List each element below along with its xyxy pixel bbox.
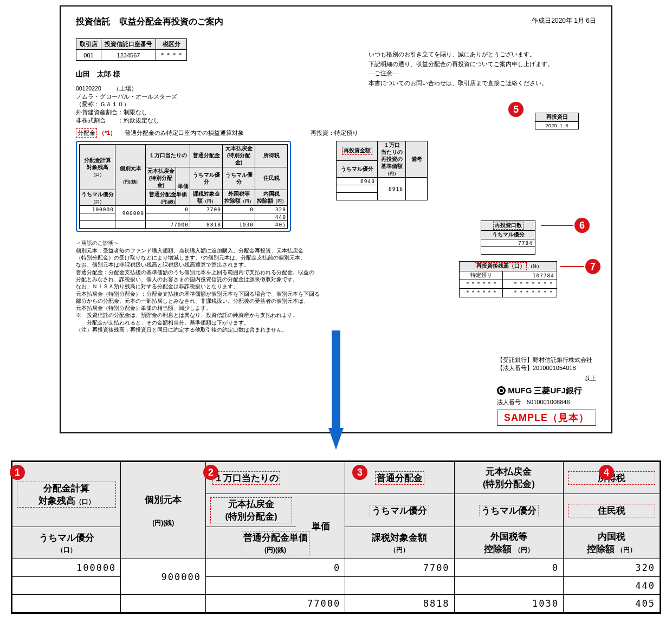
v-jumin: 440 bbox=[255, 213, 288, 221]
h-c5a: 元本払戻金 bbox=[225, 145, 253, 151]
h-c3d: 普通分配金単価 bbox=[149, 191, 187, 197]
zh-c1a: 分配金計算 bbox=[43, 483, 89, 494]
zv-tanka: 0 bbox=[205, 559, 345, 577]
badge-5: 5 bbox=[508, 102, 524, 117]
h-c5c: 外国税等 bbox=[228, 191, 250, 197]
reinv-sub: うちマル優分 bbox=[337, 160, 378, 178]
msg3: ―ご注意― bbox=[369, 69, 596, 79]
h-c1b: 対象残高 bbox=[87, 164, 108, 170]
g7: 元本払戻金（特別分配金）：分配金支払後の基準価額が個別元本を下回る場合で、個別元… bbox=[76, 290, 358, 297]
badge-7-wrap: 7 bbox=[560, 259, 600, 274]
h-c2: 個別元本 bbox=[120, 165, 141, 171]
blue-highlight-box: 分配金計算対象残高（口） 個別元本(円)(銭) １万口当たりの 普通分配金 元本… bbox=[76, 141, 291, 232]
reinv-date-h: 再投資日 bbox=[535, 113, 579, 122]
badge-6: 6 bbox=[574, 218, 590, 233]
bal-h: 再投資後残高（口） bbox=[475, 262, 527, 270]
dist-row: 分配金 （*1） 普通分配金のみ特定口座内での損益通算対象 再投資：特定預り bbox=[76, 128, 596, 138]
zv-gaikoku2: 1030 bbox=[454, 595, 563, 613]
dist-star: （*1） bbox=[99, 129, 116, 136]
base-v: 8916 bbox=[378, 178, 406, 200]
msg2: 下記明細の通り、収益分配金の再投資についてご案内申し上げます。 bbox=[369, 60, 596, 69]
badge-4: 4 bbox=[599, 465, 614, 480]
zv-gaikoku: 0 bbox=[454, 559, 563, 577]
zh-c5c: 外国税等 bbox=[490, 531, 527, 542]
h-c1sub: うちマル優分 bbox=[81, 191, 114, 197]
trust-bank: 【受託銀行】野村信託銀行株式会社 bbox=[497, 356, 596, 364]
units-sub: うちマル優分 bbox=[481, 231, 535, 239]
zv-kazei: 8818 bbox=[345, 595, 454, 613]
zh-c5d: 控除額 bbox=[484, 544, 512, 554]
biko-h: 備考 bbox=[406, 141, 428, 178]
corp-no-1: 【法人番号】2010001054018 bbox=[497, 364, 596, 372]
h-c6a: 所得税 bbox=[255, 145, 288, 167]
base-h3: 再投資の bbox=[381, 156, 403, 162]
mufg-icon bbox=[497, 386, 506, 395]
zh-c4b: 課税対象金額 bbox=[372, 533, 427, 543]
zh-c5b: (特別分配金) bbox=[483, 479, 535, 489]
zh-c5sub: うちマル優分 bbox=[479, 505, 539, 516]
zh-c3u: (円)(銭) bbox=[264, 546, 286, 554]
zh-c2u: (円)(銭) bbox=[152, 519, 174, 527]
msg4: 本書についてのお問い合わせは、取引店まで直接ご連絡ください。 bbox=[369, 79, 596, 88]
badge-5-wrap: 5 bbox=[508, 102, 524, 117]
v-zan: 100000 bbox=[80, 206, 115, 213]
h-c5d: 控除額 bbox=[224, 198, 241, 204]
zv-naikoku: 405 bbox=[563, 595, 660, 613]
badge-6-wrap: 6 bbox=[541, 218, 590, 233]
h-c3top: １万口当たりの bbox=[146, 145, 190, 167]
bal-l1: 特定預り bbox=[460, 271, 503, 280]
zv-jumin: 440 bbox=[563, 577, 660, 595]
h-c4u: （円） bbox=[203, 199, 216, 204]
reinv-v: 6940 bbox=[337, 178, 378, 185]
reinv-type: 再投資：特定預り bbox=[311, 129, 358, 136]
bal-star2v: ＊＊＊＊＊＊＊ bbox=[503, 289, 557, 297]
g9: 元本払戻金（特別分配金）単価の相当額、減少します。 bbox=[76, 304, 358, 312]
zv-shotoku: 320 bbox=[563, 559, 660, 577]
h-c6c: 内国税 bbox=[263, 191, 280, 197]
zh-c6c: 内国税 bbox=[598, 531, 625, 542]
zh-c6b: 住民税 bbox=[568, 504, 655, 517]
h-c3u: (円)(銭) bbox=[160, 199, 175, 204]
zh-c5a: 元本払戻金 bbox=[486, 466, 532, 477]
v-kobetsu: 900000 bbox=[115, 206, 146, 221]
badge-3: 3 bbox=[352, 465, 367, 480]
reinv-date-table: 再投資日 2020. 1. 6 bbox=[535, 113, 579, 129]
arrow-stem-icon bbox=[332, 330, 340, 431]
fund-note2: 非株式割合 ：約款規定なし bbox=[76, 116, 596, 125]
g6: なお、ＮＩＳＡ預り残高に対する分配金は非課税扱いとなります。 bbox=[76, 283, 358, 290]
mufg-text: MUFG 三菱UFJ銀行 bbox=[508, 386, 582, 395]
reinv-side-table: 再投資金額 １万口当たりの再投資の基準価額（円） 備考 うちマル優分 69408… bbox=[336, 141, 428, 200]
gloss-title: ＜用語のご説明＞ bbox=[76, 239, 358, 246]
h-c4sub: うちマル優分 bbox=[190, 167, 223, 190]
h-c5sub: うちマル優分 bbox=[223, 167, 255, 190]
end-label: 以上 bbox=[497, 374, 596, 382]
zh-c1b: 対象残高 bbox=[38, 496, 75, 506]
zh-c1sub: うちマル優分 bbox=[39, 533, 94, 543]
h-c5u: （円） bbox=[241, 199, 254, 204]
account-table: 取引店投資信託口座番号税区分 0011234567＊＊＊＊ bbox=[76, 38, 187, 61]
g5: 分配とみなされ、課税扱い。個人のお客さまの国内投資信託の分配金は源泉徴収対象です… bbox=[76, 276, 358, 283]
h-c1u: （口） bbox=[91, 172, 104, 177]
v-naikoku: 405 bbox=[255, 221, 288, 229]
bal-star2: ＊＊＊＊＊＊ bbox=[460, 289, 503, 297]
doc-date: 作成日2020年 1月 6日 bbox=[532, 16, 596, 25]
sample-stamp: SAMPLE（見本） bbox=[497, 410, 596, 426]
g8: 部分からの分配金。元本の一部払戻しとみなされ、非課税扱い。分配後の受益者の個別元… bbox=[76, 297, 358, 304]
message-block: いつも格別のお引き立てを賜り、誠にありがとうございます。 下記明細の通り、収益分… bbox=[369, 50, 596, 88]
zh-c3top: １万口当たりの bbox=[212, 471, 280, 485]
g3: なお、個別元本は非課税扱い残高と課税扱い残高通算で算出されます。 bbox=[76, 261, 358, 268]
bal-star1v: ＊＊＊＊＊＊＊ bbox=[503, 280, 557, 289]
zh-c2: 個別元本 bbox=[145, 495, 182, 505]
g2: （特別分配金）の受け取りなどにより増減します。*の個別元本は、分配金支払前の個別… bbox=[76, 254, 358, 261]
v-gaikoku2: 1030 bbox=[223, 221, 255, 229]
zh-c4u: （円） bbox=[390, 546, 409, 554]
bal-note: （注） bbox=[528, 264, 541, 269]
h-c3a: 元本払戻金 bbox=[147, 168, 175, 174]
bal-v1: 107784 bbox=[503, 271, 557, 280]
zh-c1u: （口） bbox=[75, 498, 95, 505]
g1: 個別元本：受益者毎のファンド購入価額。当初購入額に追加購入、分配金再投資、元本払… bbox=[76, 247, 358, 254]
msg1: いつも格別のお引き立てを賜り、誠にありがとうございます。 bbox=[369, 50, 596, 60]
base-h2: 当たりの bbox=[381, 149, 403, 155]
v-shotoku: 320 bbox=[255, 206, 288, 213]
acct-h3: 税区分 bbox=[156, 39, 187, 50]
